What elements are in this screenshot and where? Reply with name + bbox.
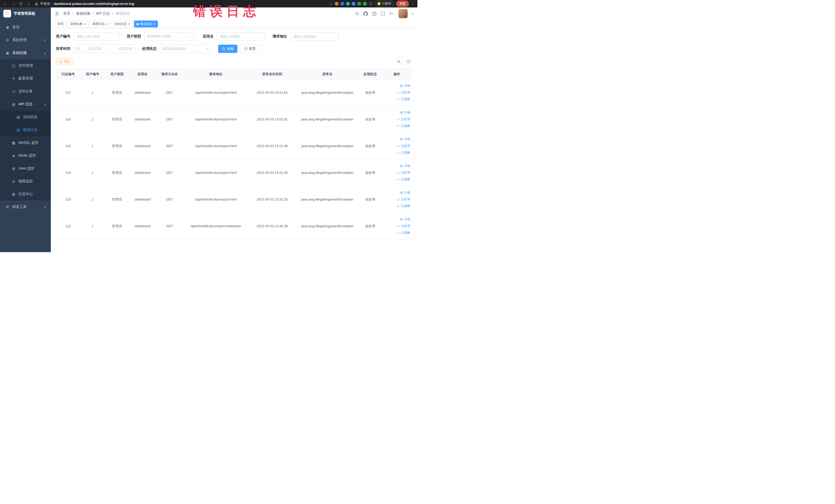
tab-error-log[interactable]: 错误日志×	[134, 21, 158, 27]
cell-exception-time: 2021-05-03 12:02:31	[248, 106, 296, 133]
logo-avatar	[3, 10, 11, 18]
file-icon: ◫	[11, 64, 16, 68]
action-ignored[interactable]: 已忽略	[383, 149, 410, 156]
breadcrumb-item[interactable]: API 日志	[96, 11, 110, 16]
browser-menu-icon[interactable]: ⋮	[411, 2, 415, 6]
cell-log-id: 114	[56, 159, 80, 186]
action-detail[interactable]: 详细	[383, 163, 410, 169]
cell-user-type: 管理员	[105, 106, 129, 133]
forward-icon[interactable]: →	[10, 2, 16, 6]
fullscreen-icon[interactable]	[381, 12, 385, 16]
hamburger-icon[interactable]	[55, 11, 60, 16]
cell-exception-time: 2021-05-02 21:45:28	[248, 213, 296, 240]
github-icon[interactable]	[364, 12, 368, 16]
action-processed[interactable]: 已处理	[383, 169, 410, 176]
tab-label: 定时任务	[70, 22, 83, 26]
sidebar-item-access-log[interactable]: ▥访问日志	[0, 110, 51, 123]
main-panel: 用户编号 用户类型 请选择用户类型 ▾ 应用名 请求地址	[51, 28, 418, 252]
sidebar-item-redis[interactable]: ◈Redis 监控	[0, 149, 51, 162]
export-button[interactable]: 导出	[56, 58, 74, 65]
sidebar-item-mysql[interactable]: ▦MySQL 监控	[0, 136, 51, 149]
exception-time-range[interactable]: 开始日期 - 结束日期	[74, 45, 135, 53]
breadcrumb-item[interactable]: 基础设施	[76, 11, 90, 16]
user-avatar[interactable]	[399, 9, 408, 18]
process-status-select[interactable]: 请选择处理状态 ▾	[160, 45, 211, 53]
sidebar-item-system[interactable]: ⚙系统管理▾	[0, 34, 51, 46]
breadcrumb-item[interactable]: 首页	[63, 11, 70, 16]
request-url-input[interactable]	[290, 32, 339, 41]
extension-dark-icon[interactable]	[369, 2, 372, 6]
close-icon[interactable]: ×	[128, 23, 130, 26]
extensions: on	[335, 2, 372, 6]
refresh-button[interactable]	[405, 58, 412, 65]
sidebar-item-config[interactable]: ✎配置管理	[0, 72, 51, 85]
sidebar-item-dev-tools[interactable]: ⚒研发工具▾	[0, 201, 51, 213]
cell-exception-name: java.lang.IllegalArgumentException	[296, 213, 359, 240]
back-icon[interactable]: ←	[3, 2, 8, 6]
tab-job-log[interactable]: 调度日志×	[90, 21, 110, 27]
sidebar-item-api-log[interactable]: ▤API 日志▴	[0, 98, 51, 110]
help-icon[interactable]: ?	[372, 12, 376, 16]
action-detail[interactable]: 详细	[383, 109, 410, 116]
user-id-input[interactable]	[74, 32, 120, 41]
sidebar-item-label: MySQL 监控	[19, 140, 39, 145]
app-name-input[interactable]	[217, 32, 265, 41]
close-icon[interactable]: ×	[154, 23, 155, 26]
sidebar-item-java[interactable]: ◍Java 监控	[0, 162, 51, 175]
search-icon[interactable]	[355, 12, 359, 16]
action-ignored[interactable]: 已忽略	[383, 203, 410, 209]
app-logo[interactable]: 芋道管理系统	[0, 7, 51, 20]
extension-orange-icon[interactable]	[335, 2, 339, 6]
action-ignored[interactable]: 已忽略	[383, 176, 410, 183]
action-processed[interactable]: 已处理	[383, 223, 410, 229]
sidebar-item-label: 基础设施	[12, 51, 27, 55]
browser-home-icon[interactable]: ⌂	[26, 2, 31, 6]
action-ignored[interactable]: 已忽略	[383, 123, 410, 129]
close-icon[interactable]: ×	[84, 23, 86, 26]
breadcrumb-separator: /	[73, 12, 74, 16]
cell-actions: 详细已处理已忽略	[382, 186, 412, 213]
update-button[interactable]: 更新	[396, 1, 409, 7]
sidebar-item-job[interactable]: ◷定时任务	[0, 85, 51, 98]
action-processed[interactable]: 已处理	[383, 143, 410, 149]
cell-actions: 详细已处理已忽略	[382, 79, 412, 106]
action-ignored[interactable]: 已忽略	[383, 229, 410, 236]
paused-badge[interactable]: 已暂停	[375, 1, 394, 7]
action-detail[interactable]: 详细	[383, 189, 410, 196]
action-detail[interactable]: 详细	[383, 216, 410, 223]
extension-blue-icon[interactable]	[340, 2, 344, 6]
tab-access-log[interactable]: 访问日志×	[112, 21, 133, 27]
reload-icon[interactable]	[18, 2, 24, 6]
tab-label: 访问日志	[115, 22, 127, 26]
action-processed[interactable]: 已处理	[383, 116, 410, 123]
bookmark-star-icon[interactable]: ☆	[329, 2, 332, 6]
extension-teal-icon[interactable]	[346, 2, 350, 6]
action-ignored[interactable]: 已忽略	[383, 96, 410, 103]
column-header-log-id: 日志编号	[56, 69, 80, 79]
user-type-select[interactable]: 请选择用户类型 ▾	[144, 32, 196, 41]
cell-status: 未处理	[359, 186, 382, 213]
sidebar-item-infra[interactable]: ▣基础设施▴	[0, 46, 51, 59]
sidebar-item-error-log[interactable]: ▤错误日志	[0, 123, 51, 136]
url-bar[interactable]: 不安全 dashboard.yudao.iocoder.cn/infra/log…	[35, 2, 134, 6]
extension-grid-icon[interactable]	[352, 2, 355, 6]
action-detail[interactable]: 详细	[383, 83, 410, 89]
close-icon[interactable]: ×	[106, 23, 108, 26]
sidebar-item-file[interactable]: ◫文件管理	[0, 59, 51, 72]
extension-green-icon[interactable]	[363, 2, 367, 6]
action-detail[interactable]: 详细	[383, 136, 410, 143]
tab-home[interactable]: 首页	[55, 21, 66, 27]
reset-button[interactable]: 重置	[240, 45, 260, 53]
action-processed[interactable]: 已处理	[383, 196, 410, 203]
column-header-exception-time: 异常发生时间	[248, 69, 296, 79]
search-toggle-button[interactable]	[395, 58, 403, 65]
tab-job[interactable]: 定时任务×	[68, 21, 88, 27]
font-size-icon[interactable]: TT	[389, 11, 394, 16]
sidebar-item-trace[interactable]: ◎链路追踪	[0, 175, 51, 188]
search-button[interactable]: 搜索	[218, 45, 238, 53]
sidebar-item-home[interactable]: ◉首页	[0, 21, 51, 34]
sidebar-item-log-center[interactable]: ▧日志中心	[0, 188, 51, 201]
extension-on-icon[interactable]: on	[357, 2, 361, 6]
action-processed[interactable]: 已处理	[383, 89, 410, 96]
cell-user-id: 1	[80, 106, 105, 133]
